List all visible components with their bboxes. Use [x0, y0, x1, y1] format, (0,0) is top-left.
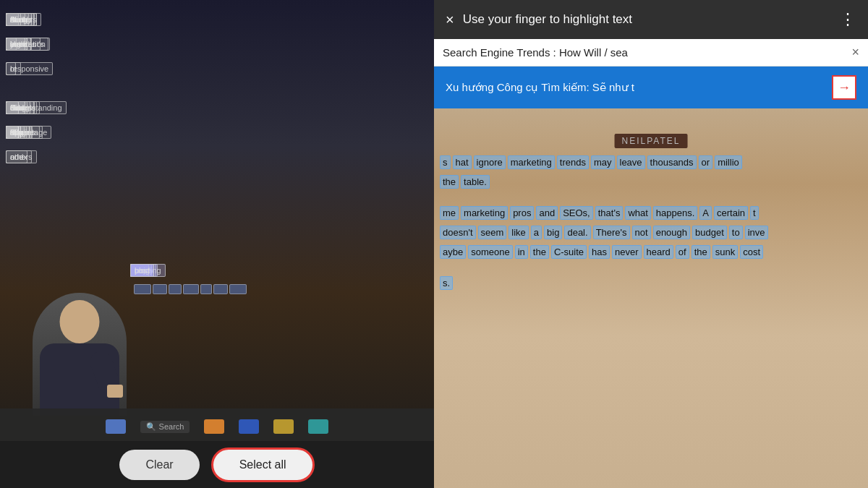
word: trends [557, 155, 589, 169]
word-box: responsive [6, 62, 53, 75]
clear-button[interactable]: Clear [119, 450, 199, 480]
search-box[interactable]: 🔍 Search [140, 421, 190, 433]
word: the [692, 245, 710, 259]
content-text: s hat ignore marketing trends may leave … [434, 148, 868, 488]
word: someone [468, 245, 512, 259]
word: table. [461, 175, 490, 189]
word: ignore [474, 155, 506, 169]
word: marketing [461, 206, 508, 220]
word-box: n [6, 13, 19, 26]
word: happens. [653, 206, 698, 220]
word: inve [745, 226, 768, 239]
word: enough [653, 226, 690, 239]
text-line: aybe someone in the C-suite has never he… [440, 245, 862, 259]
word: me [440, 206, 459, 220]
header-close-icon[interactable]: × [446, 12, 454, 28]
word: may [591, 155, 615, 169]
select-all-button[interactable]: Select all [211, 448, 315, 482]
right-panel: × Use your finger to highlight text ⋮ Se… [434, 0, 868, 488]
text-line: the table. [440, 175, 862, 189]
word: There's [593, 226, 630, 239]
left-panel: thing trends matter Being ahead of the c… [0, 0, 434, 488]
word: deal. [564, 226, 590, 239]
header-more-icon[interactable]: ⋮ [840, 10, 856, 29]
word: has [589, 245, 610, 259]
taskbar-icon-monitor[interactable] [106, 419, 126, 434]
word: what [625, 206, 650, 220]
taskbar-icon-telegram[interactable] [308, 419, 328, 434]
word: of [676, 245, 689, 259]
word-box: the [6, 101, 25, 114]
spacer [440, 265, 862, 276]
word: the [440, 175, 459, 189]
word: aybe [440, 245, 466, 259]
word: a [531, 226, 542, 239]
right-header: × Use your finger to highlight text ⋮ [434, 0, 868, 39]
translation-arrow-button[interactable]: → [832, 75, 856, 100]
word-box: Na [6, 126, 25, 139]
word: the [530, 245, 549, 259]
taskbar-icon-folder[interactable] [204, 419, 224, 434]
word: thousands [647, 155, 697, 169]
word: SEOs, [560, 206, 593, 220]
word: C-suite [551, 245, 587, 259]
word: seem [478, 226, 507, 239]
word: certain [714, 206, 748, 220]
word-box: post [130, 264, 154, 277]
taskbar-icon-files[interactable] [273, 419, 294, 434]
word: t [750, 206, 759, 220]
translation-bar: Xu hướng Công cụ Tìm kiếm: Sẽ như t → [434, 67, 868, 108]
text-line: doesn't seem like a big deal. There's no… [440, 226, 862, 239]
icon-row [134, 284, 247, 294]
text-line: me marketing pros and SEOs, that's what … [440, 206, 862, 220]
word: like [509, 226, 529, 239]
word: not [632, 226, 651, 239]
word: leave [617, 155, 645, 169]
header-title: Use your finger to highlight text [463, 12, 831, 27]
word: never [612, 245, 642, 259]
word: big [544, 226, 562, 239]
search-bar-close-icon[interactable]: × [851, 45, 859, 60]
text-line: s hat ignore marketing trends may leave … [440, 155, 862, 169]
search-bar-text: Search Engine Trends : How Will / sea [443, 46, 846, 59]
action-buttons-bar: Clear Select all [0, 441, 434, 488]
word: heard [644, 245, 673, 259]
word: cost [740, 245, 763, 259]
search-bar: Search Engine Trends : How Will / sea × [434, 39, 868, 67]
text-line: s. [440, 276, 862, 290]
word: s. [440, 276, 453, 290]
neilpatel-label: NEILPATEL [615, 134, 688, 148]
translation-text: Xu hướng Công cụ Tìm kiếm: Sẽ như t [446, 81, 826, 94]
word: s [440, 155, 451, 169]
word-box: others [6, 150, 37, 163]
word: or [699, 155, 713, 169]
word: to [729, 226, 743, 239]
word: sunk [712, 245, 738, 259]
taskbar-icon-camera[interactable] [239, 419, 259, 434]
person-image [22, 286, 137, 416]
content-area: NEILPATEL s hat ignore marketing trends … [434, 108, 868, 488]
word: that's [595, 206, 624, 220]
word: and [536, 206, 558, 220]
word: doesn't [440, 226, 476, 239]
word: millio [715, 155, 742, 169]
word: budget [692, 226, 727, 239]
word: hat [453, 155, 472, 169]
word-box: t [6, 38, 17, 51]
word: pros [510, 206, 534, 220]
word: A [699, 206, 712, 220]
word: marketing [508, 155, 555, 169]
taskbar: 🔍 Search [0, 408, 434, 445]
spacer [440, 194, 862, 206]
word: in [515, 245, 528, 259]
